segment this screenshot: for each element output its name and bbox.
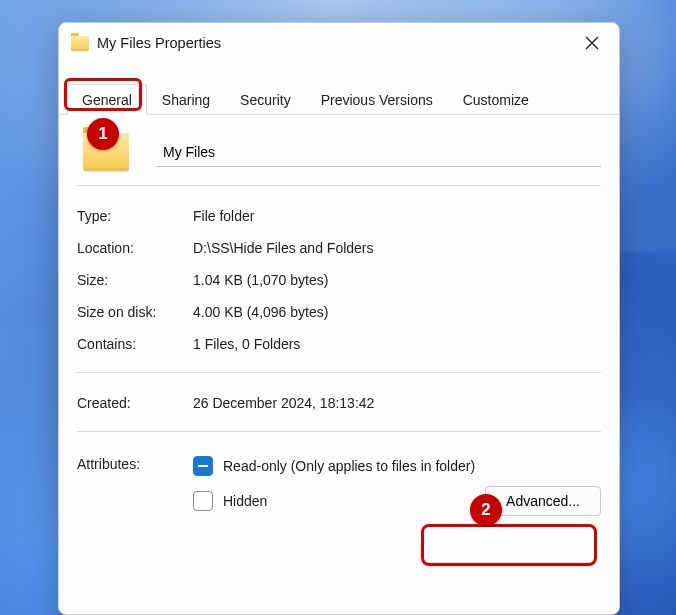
tab-customize[interactable]: Customize [448, 84, 544, 115]
contains-label: Contains: [77, 336, 193, 352]
size-on-disk-label: Size on disk: [77, 304, 193, 320]
readonly-checkbox[interactable] [193, 456, 213, 476]
size-value: 1.04 KB (1,070 bytes) [193, 272, 328, 288]
readonly-label: Read-only (Only applies to files in fold… [223, 458, 475, 474]
properties-dialog: My Files Properties General Sharing Secu… [58, 22, 620, 615]
hidden-label: Hidden [223, 493, 267, 509]
location-label: Location: [77, 240, 193, 256]
size-on-disk-value: 4.00 KB (4,096 bytes) [193, 304, 328, 320]
size-row: Size: 1.04 KB (1,070 bytes) [77, 264, 601, 296]
hidden-checkbox[interactable] [193, 491, 213, 511]
divider [77, 372, 601, 373]
close-button[interactable] [569, 27, 615, 59]
tab-sharing[interactable]: Sharing [147, 84, 225, 115]
folder-name-input[interactable] [157, 137, 601, 167]
window-title: My Files Properties [97, 35, 221, 51]
size-label: Size: [77, 272, 193, 288]
attributes-label: Attributes: [77, 452, 193, 516]
created-value: 26 December 2024, 18:13:42 [193, 395, 374, 411]
close-icon [585, 36, 599, 50]
type-row: Type: File folder [77, 200, 601, 232]
tab-content: Type: File folder Location: D:\SS\Hide F… [59, 115, 619, 614]
divider [77, 431, 601, 432]
type-value: File folder [193, 208, 254, 224]
hidden-row: Hidden [193, 491, 267, 511]
folder-icon [71, 36, 89, 51]
tab-previous-versions[interactable]: Previous Versions [306, 84, 448, 115]
contains-row: Contains: 1 Files, 0 Folders [77, 328, 601, 360]
size-on-disk-row: Size on disk: 4.00 KB (4,096 bytes) [77, 296, 601, 328]
location-value: D:\SS\Hide Files and Folders [193, 240, 374, 256]
folder-large-icon [83, 133, 129, 171]
type-label: Type: [77, 208, 193, 224]
contains-value: 1 Files, 0 Folders [193, 336, 300, 352]
created-row: Created: 26 December 2024, 18:13:42 [77, 387, 601, 419]
location-row: Location: D:\SS\Hide Files and Folders [77, 232, 601, 264]
tab-security[interactable]: Security [225, 84, 306, 115]
tab-strip: General Sharing Security Previous Versio… [59, 83, 619, 115]
titlebar[interactable]: My Files Properties [59, 23, 619, 63]
divider [77, 185, 601, 186]
created-label: Created: [77, 395, 193, 411]
tab-general[interactable]: General [67, 84, 147, 115]
advanced-button[interactable]: Advanced... [485, 486, 601, 516]
readonly-row: Read-only (Only applies to files in fold… [193, 452, 601, 486]
